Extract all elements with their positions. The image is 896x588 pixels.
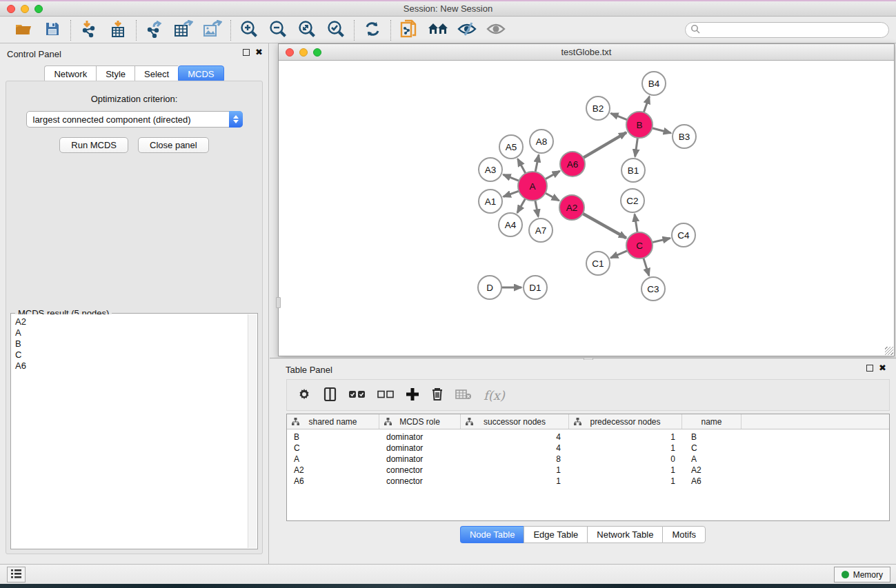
plus-icon — [406, 387, 419, 403]
column-header-name[interactable]: name — [682, 414, 741, 429]
mcds-result-list[interactable]: A2ABCA6 — [12, 314, 248, 548]
search-box[interactable] — [685, 22, 889, 38]
tab-motifs[interactable]: Motifs — [662, 526, 706, 543]
tab-edge-table[interactable]: Edge Table — [524, 526, 587, 543]
graph-edge[interactable] — [518, 159, 526, 174]
graph-edge[interactable] — [517, 199, 526, 212]
table-settings-button[interactable] — [297, 385, 312, 405]
memory-button[interactable]: Memory — [834, 567, 890, 582]
close-panel-button[interactable]: Close panel — [138, 137, 209, 153]
graph-edge[interactable] — [644, 97, 649, 112]
refresh-arrows-icon — [364, 20, 381, 40]
graph-node-label: A8 — [536, 136, 548, 147]
zoom-in-button[interactable] — [238, 20, 260, 41]
table-cell: 1 — [569, 432, 682, 442]
result-item[interactable]: A6 — [12, 361, 248, 372]
graph-edge[interactable] — [635, 214, 637, 232]
import-table-button[interactable] — [107, 20, 129, 41]
checked-boxes-icon — [349, 390, 366, 401]
search-input[interactable] — [703, 26, 888, 35]
graph-edge[interactable] — [652, 128, 670, 133]
table-row[interactable]: Adominator80A — [287, 454, 889, 465]
graph-edge[interactable] — [504, 174, 519, 181]
graph-edge[interactable] — [652, 239, 670, 243]
eye-slash-icon — [457, 21, 477, 39]
table-cell: dominator — [379, 443, 461, 453]
node-table: shared name MCDS role successor nodes — [286, 414, 890, 521]
graph-edge[interactable] — [545, 193, 559, 201]
graph-node-label: B1 — [628, 165, 639, 176]
delete-column-button[interactable] — [431, 385, 444, 405]
graph-edge[interactable] — [545, 171, 559, 179]
network-view-window: testGlobe.txt B4B2BB3A5A8A6A3B1AA1C2A2A4… — [278, 43, 895, 356]
graph-edge[interactable] — [535, 201, 538, 217]
show-graphics-details-button[interactable] — [485, 20, 507, 41]
column-header-predecessor-nodes[interactable]: predecessor nodes — [569, 414, 682, 429]
tab-node-table[interactable]: Node Table — [460, 526, 524, 543]
import-network-button[interactable] — [78, 20, 100, 41]
result-item[interactable]: A2 — [12, 316, 248, 327]
table-row[interactable]: Bdominator41B — [287, 432, 889, 443]
close-panel-icon[interactable]: ✖ — [255, 49, 263, 56]
graph-edge[interactable] — [583, 214, 626, 238]
zoom-selected-button[interactable] — [325, 20, 347, 41]
tab-network-table[interactable]: Network Table — [587, 526, 662, 543]
column-type-icon — [466, 418, 473, 427]
unselect-all-columns-button[interactable] — [377, 385, 394, 405]
graph-edge[interactable] — [535, 155, 539, 172]
graph-edge[interactable] — [611, 113, 628, 120]
network-window-title: testGlobe.txt — [279, 47, 894, 57]
column-header-mcds-role[interactable]: MCDS role — [379, 414, 461, 429]
float-panel-icon[interactable] — [243, 49, 250, 56]
select-all-columns-button[interactable] — [349, 385, 366, 405]
control-panel: Control Panel ✖ Network Style Select MCD… — [0, 43, 269, 564]
graph-node-label: C1 — [592, 258, 604, 269]
graph-edge[interactable] — [644, 258, 649, 276]
criterion-dropdown[interactable]: largest connected component (directed) — [26, 111, 243, 128]
network-desktop: testGlobe.txt B4B2BB3A5A8A6A3B1AA1C2A2A4… — [270, 43, 896, 564]
add-column-button[interactable] — [406, 385, 419, 405]
clone-network-button[interactable] — [398, 20, 420, 41]
export-table-icon — [174, 20, 193, 40]
float-panel-icon[interactable] — [866, 365, 873, 372]
splitter-grip[interactable] — [276, 297, 281, 308]
table-delete-icon — [455, 389, 472, 402]
network-graph[interactable]: B4B2BB3A5A8A6A3B1AA1C2A2A4A7C4CC1DD1C3 — [279, 61, 894, 356]
floppy-disk-icon — [45, 21, 60, 39]
save-session-button[interactable] — [41, 20, 63, 41]
graph-edge[interactable] — [504, 191, 519, 196]
apply-layout-button[interactable] — [361, 20, 384, 41]
table-cell: B — [682, 432, 741, 442]
graph-edge[interactable] — [610, 251, 627, 258]
zoom-fit-button[interactable] — [296, 20, 318, 41]
column-type-icon — [292, 418, 299, 427]
table-row[interactable]: Cdominator41C — [287, 443, 889, 454]
result-item[interactable]: A — [12, 327, 248, 338]
close-panel-icon[interactable]: ✖ — [879, 365, 886, 372]
column-header-successor-nodes[interactable]: successor nodes — [461, 414, 569, 429]
table-header: shared name MCDS role successor nodes — [287, 414, 889, 429]
result-scrollbar[interactable] — [248, 314, 257, 548]
zoom-in-icon — [240, 20, 258, 40]
network-window-titlebar[interactable]: testGlobe.txt — [279, 44, 894, 61]
export-table-button[interactable] — [172, 20, 195, 41]
network-canvas[interactable]: B4B2BB3A5A8A6A3B1AA1C2A2A4A7C4CC1DD1C3 — [279, 61, 894, 356]
graph-edge[interactable] — [635, 138, 638, 156]
graph-edge[interactable] — [584, 132, 627, 158]
export-image-button[interactable] — [201, 20, 223, 41]
result-item[interactable]: B — [12, 338, 248, 349]
zoom-out-button[interactable] — [267, 20, 289, 41]
table-row[interactable]: A2connector11A2 — [287, 465, 889, 476]
window-resize-grip[interactable] — [885, 347, 893, 355]
first-neighbors-button[interactable] — [427, 20, 449, 41]
open-session-button[interactable] — [12, 20, 34, 41]
table-row[interactable]: A6connector11A6 — [287, 476, 889, 487]
graph-node-label: B4 — [648, 79, 660, 89]
task-history-button[interactable] — [7, 567, 26, 582]
hide-graphics-details-button[interactable] — [456, 20, 478, 41]
export-network-button[interactable] — [143, 20, 166, 41]
result-item[interactable]: C — [12, 349, 248, 361]
column-header-shared-name[interactable]: shared name — [287, 414, 379, 429]
run-mcds-button[interactable]: Run MCDS — [59, 137, 128, 153]
show-columns-button[interactable] — [323, 385, 337, 405]
